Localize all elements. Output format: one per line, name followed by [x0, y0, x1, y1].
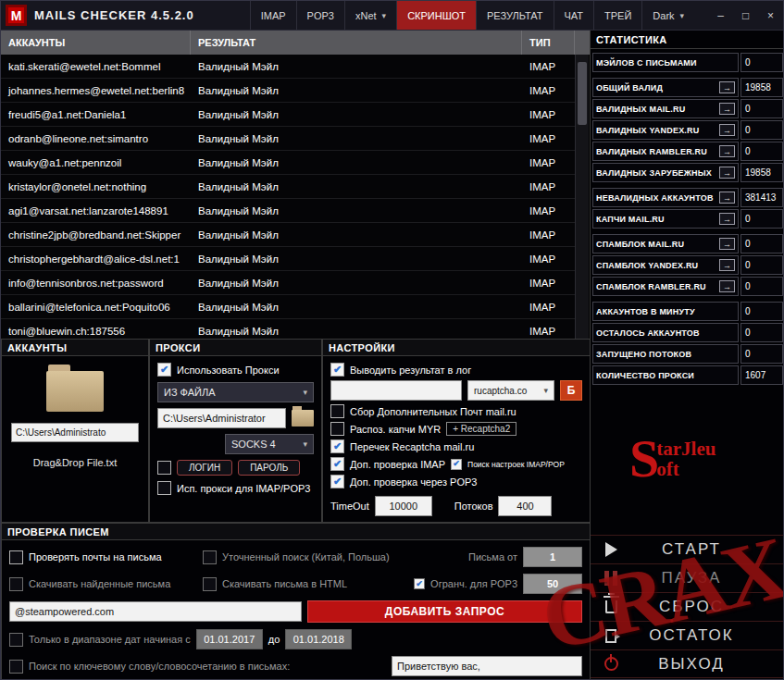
proxy-password-button[interactable]: ПАРОЛЬ	[238, 460, 300, 476]
threads-label: Потоков	[454, 501, 493, 512]
captcha-myr-checkbox[interactable]	[330, 422, 344, 436]
refined-search-checkbox[interactable]	[203, 550, 217, 564]
stat-row: ОБЩИЙ ВАЛИД→ 19858	[592, 78, 783, 97]
pop3-limit-input[interactable]	[523, 574, 582, 594]
balance-button[interactable]: Б	[560, 380, 582, 401]
letters-from-input[interactable]	[523, 547, 582, 567]
folder-icon[interactable]	[46, 371, 104, 412]
stat-value: 0	[740, 53, 783, 72]
recheck-recaptcha-checkbox[interactable]	[330, 439, 344, 453]
date-from-input[interactable]	[196, 629, 263, 649]
date-to-input[interactable]	[285, 629, 352, 649]
menu-result[interactable]: РЕЗУЛЬТАТ	[476, 1, 553, 30]
add-query-button[interactable]: ДОБАВИТЬ ЗАПРОС	[307, 600, 582, 623]
collect-extra-mail-checkbox[interactable]	[330, 404, 344, 418]
table-row[interactable]: odranb@lineone.net:simantroВалидный Мэйл…	[1, 127, 575, 151]
remainder-button[interactable]: ОСТАТОК	[591, 621, 784, 649]
table-row[interactable]: toni@bluewin.ch:187556Валидный МэйлIMAP	[1, 319, 575, 339]
stat-label: СПАМБЛОК YANDEX.RU	[596, 261, 698, 270]
imap-check-checkbox[interactable]	[330, 457, 344, 471]
timeout-input[interactable]	[375, 496, 432, 516]
reset-button[interactable]: СБРОС	[591, 592, 784, 621]
captcha-service-select[interactable]: rucaptcha.co ▾	[467, 380, 554, 401]
scrollbar-thumb[interactable]	[578, 62, 587, 125]
proxy-for-imap-checkbox[interactable]	[157, 481, 171, 495]
menu-screenshot[interactable]: СКРИНШОТ	[396, 1, 476, 30]
keyword-input[interactable]	[392, 656, 582, 676]
accounts-file-path-button[interactable]: C:\Users\Administrato	[11, 423, 139, 442]
download-html-checkbox[interactable]	[203, 577, 217, 591]
table-row[interactable]: kristaylor@onetel.net:nothingВалидный Мэ…	[1, 175, 575, 199]
column-header-result[interactable]: РЕЗУЛЬТАТ	[191, 31, 522, 55]
table-row[interactable]: wauky@a1.net:pennzoilВалидный МэйлIMAP	[1, 151, 575, 175]
menu-tray[interactable]: ТРЕЙ	[593, 1, 641, 30]
exit-button[interactable]: ВЫХОД	[591, 649, 784, 678]
menu-chat[interactable]: ЧАТ	[554, 1, 594, 30]
date-range-checkbox[interactable]	[9, 633, 23, 647]
table-row[interactable]: info@tennisonbros.net:passwordВалидный М…	[1, 271, 575, 295]
threads-input[interactable]	[498, 496, 552, 516]
imap-settings-search-checkbox[interactable]	[451, 459, 462, 470]
table-row[interactable]: freudi5@a1.net:Daniela1Валидный МэйлIMAP	[1, 103, 575, 127]
maximize-button[interactable]: □	[733, 1, 758, 30]
export-icon[interactable]: →	[719, 280, 735, 292]
export-icon[interactable]: →	[719, 145, 735, 157]
table-row[interactable]: christophergebhardt@alice-dsl.net:1Валид…	[1, 247, 575, 271]
type-cell: IMAP	[522, 127, 575, 150]
minimize-button[interactable]: –	[708, 1, 733, 30]
refined-search-label: Уточненный поиск (Китай, Польша)	[222, 551, 463, 563]
close-button[interactable]: ×	[758, 1, 783, 30]
table-row[interactable]: ballarini@telefonica.net:Poquito06Валидн…	[1, 295, 575, 319]
account-cell: johannes.hermes@ewetel.net:berlin8	[1, 79, 191, 102]
vendor-logo: S tarJleu oft	[629, 436, 716, 481]
captcha-key-input[interactable]	[330, 380, 462, 401]
export-icon[interactable]: →	[719, 259, 735, 271]
menu-imap[interactable]: IMAP	[250, 1, 296, 30]
proxy-type-select[interactable]: SOCKS 4 ▾	[225, 434, 314, 454]
table-row[interactable]: kati.skerati@ewetel.net:BommelВалидный М…	[1, 55, 575, 79]
pause-button[interactable]: ПАУЗА	[591, 563, 784, 592]
pause-icon	[604, 571, 617, 586]
table-scrollbar[interactable]	[575, 55, 589, 339]
theme-selector[interactable]: Dark▾	[641, 1, 694, 30]
download-html-label: Скачивать письма в HTML	[222, 578, 408, 589]
recaptcha2-tag[interactable]: + Recaptcha2	[446, 422, 516, 436]
table-row[interactable]: agi1@varsat.net:lanzarote148891Валидный …	[1, 199, 575, 223]
pop3-check-checkbox[interactable]	[330, 475, 344, 488]
pop3-limit-checkbox[interactable]	[414, 578, 425, 589]
use-proxy-checkbox[interactable]	[157, 363, 171, 377]
table-row[interactable]: johannes.hermes@ewetel.net:berlin8Валидн…	[1, 79, 575, 103]
start-label: СТАРТ	[624, 540, 759, 559]
stat-label: СПАМБЛОК MAIL.RU	[596, 240, 684, 249]
browse-folder-icon[interactable]	[292, 410, 314, 427]
export-icon[interactable]: →	[719, 124, 735, 136]
account-cell: toni@bluewin.ch:187556	[1, 319, 191, 339]
proxy-file-path-input[interactable]	[157, 408, 286, 428]
stat-label: КОЛИЧЕСТВО ПРОКСИ	[596, 371, 694, 380]
column-header-accounts[interactable]: АККАУНТЫ	[1, 31, 191, 55]
log-output-checkbox[interactable]	[330, 363, 344, 377]
settings-panel: НАСТРОЙКИ Выводить результат в лог rucap…	[322, 339, 591, 523]
export-icon[interactable]: →	[719, 192, 735, 204]
download-letters-checkbox[interactable]	[9, 577, 23, 591]
export-icon[interactable]: →	[719, 81, 735, 93]
proxy-login-button[interactable]: ЛОГИН	[177, 460, 232, 476]
check-mail-letters-checkbox[interactable]	[9, 550, 23, 564]
column-header-type[interactable]: ТИП	[522, 31, 575, 55]
proxy-source-select[interactable]: ИЗ ФАЙЛА ▾	[157, 382, 314, 402]
search-query-input[interactable]	[9, 601, 302, 622]
type-cell: IMAP	[522, 295, 575, 318]
export-icon[interactable]: →	[719, 103, 735, 115]
export-icon[interactable]: →	[719, 167, 735, 179]
recheck-recaptcha-label: Перечек Recaptcha mail.ru	[350, 441, 474, 452]
export-icon[interactable]: →	[719, 238, 735, 250]
menu-pop3[interactable]: POP3	[296, 1, 344, 30]
start-button[interactable]: СТАРТ	[591, 535, 784, 563]
export-icon[interactable]: →	[719, 213, 735, 225]
proxy-auth-checkbox[interactable]	[157, 461, 171, 475]
menu-chat-label: ЧАТ	[565, 10, 584, 21]
menu-xnet-label: xNet	[355, 10, 377, 21]
table-row[interactable]: christine2jpb@bredband.net:SkipperВалидн…	[1, 223, 575, 247]
keyword-search-checkbox[interactable]	[9, 660, 23, 674]
menu-xnet[interactable]: xNet▾	[344, 1, 396, 30]
